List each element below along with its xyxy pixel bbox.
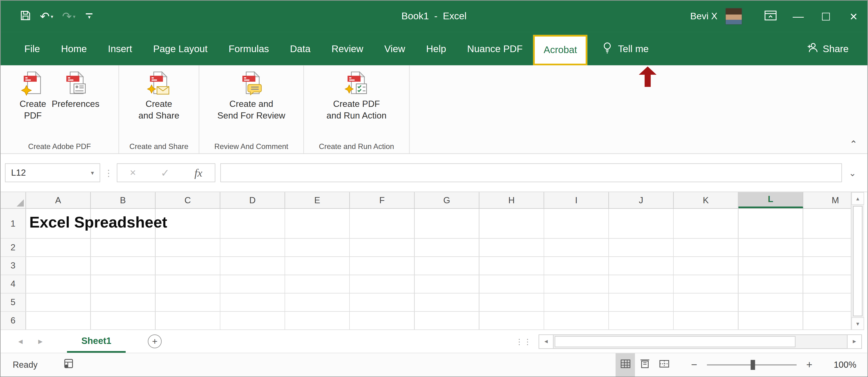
previous-sheet-button[interactable]: ◄ [10, 337, 30, 346]
next-sheet-button[interactable]: ► [30, 337, 51, 346]
row-header-2[interactable]: 2 [0, 239, 26, 256]
row-header-3[interactable]: 3 [0, 257, 26, 275]
excel-window: ↶ ▾ ↷ ▾ ▾ Book1 - Excel Bevi X — [0, 0, 868, 377]
tell-me-box[interactable]: Tell me [602, 32, 649, 65]
accept-entry-icon[interactable]: ✓ [161, 166, 169, 179]
preferences-button[interactable]: Preferences [49, 68, 102, 123]
group-label-create-adobe-pdf: Create Adobe PDF [0, 142, 119, 151]
share-button[interactable]: Share [807, 32, 848, 65]
formula-input[interactable] [220, 163, 842, 182]
scroll-left-button[interactable]: ◄ [539, 335, 553, 348]
row-4-cells[interactable] [26, 275, 850, 293]
user-account-name[interactable]: Bevi X [690, 11, 717, 22]
vertical-scrollbar[interactable]: ▲ ▼ [851, 192, 864, 330]
cancel-entry-icon[interactable]: × [130, 167, 136, 179]
save-button[interactable] [17, 7, 34, 26]
new-sheet-button[interactable]: + [148, 335, 161, 348]
create-and-share-button[interactable]: Create and Share [135, 68, 182, 123]
collapse-ribbon-button[interactable]: ⌃ [850, 138, 858, 150]
minimize-icon: — [793, 10, 804, 23]
column-header-d[interactable]: D [220, 192, 285, 208]
column-header-l-selected[interactable]: L [739, 192, 803, 208]
column-header-g[interactable]: G [415, 192, 479, 208]
row-5-cells[interactable] [26, 293, 850, 311]
group-label-create-and-run-action: Create and Run Action [304, 142, 409, 151]
scroll-down-button[interactable]: ▼ [851, 317, 864, 330]
row-header-6[interactable]: 6 [0, 312, 26, 329]
zoom-level[interactable]: 100% [820, 360, 857, 370]
redo-dropdown-icon[interactable]: ▾ [73, 13, 76, 19]
customize-chevron-icon: ▾ [88, 15, 91, 20]
tab-review[interactable]: Review [321, 32, 374, 65]
column-header-c[interactable]: C [156, 192, 220, 208]
create-pdf-and-run-action-button[interactable]: Create PDF and Run Action [323, 68, 389, 123]
tab-file[interactable]: File [14, 32, 51, 65]
customize-quick-access-button[interactable]: ▾ [86, 13, 93, 20]
name-box-dropdown-icon[interactable]: ▾ [85, 169, 99, 176]
column-header-e[interactable]: E [285, 192, 350, 208]
column-header-m[interactable]: M [803, 192, 851, 208]
tab-nuance-pdf[interactable]: Nuance PDF [457, 32, 533, 65]
row-1-cells[interactable]: Excel Spreadsheet [26, 209, 850, 238]
scroll-right-button[interactable]: ► [847, 335, 861, 348]
horizontal-scrollbar-thumb[interactable] [555, 336, 795, 347]
sheet-tab-sheet1-active[interactable]: Sheet1 [67, 330, 126, 353]
horizontal-scrollbar-track[interactable] [554, 335, 847, 348]
formula-bar-separator-dots[interactable]: ⋮ [100, 167, 117, 178]
ribbon-display-options-button[interactable] [757, 0, 784, 32]
save-icon [20, 10, 31, 23]
column-header-i[interactable]: I [544, 192, 609, 208]
tab-page-layout[interactable]: Page Layout [143, 32, 218, 65]
row-header-5[interactable]: 5 [0, 293, 26, 311]
column-header-f[interactable]: F [350, 192, 414, 208]
zoom-slider[interactable] [707, 365, 797, 366]
zoom-slider-thumb[interactable] [751, 360, 755, 370]
row-header-4[interactable]: 4 [0, 275, 26, 293]
column-header-b[interactable]: B [91, 192, 156, 208]
record-macro-button[interactable] [63, 358, 74, 372]
column-header-h[interactable]: H [479, 192, 544, 208]
vertical-scrollbar-thumb[interactable] [853, 206, 863, 316]
group-label-review-and-comment: Review And Comment [199, 142, 303, 151]
close-button[interactable]: × [840, 0, 867, 32]
undo-dropdown-icon[interactable]: ▾ [51, 13, 53, 19]
column-header-k[interactable]: K [674, 192, 738, 208]
row-header-1[interactable]: 1 [0, 209, 26, 238]
undo-button[interactable]: ↶ ▾ [37, 7, 56, 26]
page-layout-view-button[interactable] [635, 353, 654, 377]
minimize-button[interactable]: — [784, 0, 812, 32]
column-header-j[interactable]: J [609, 192, 674, 208]
row-2-cells[interactable] [26, 239, 850, 256]
tab-acrobat-active[interactable]: Acrobat [533, 35, 588, 65]
tab-home[interactable]: Home [51, 32, 97, 65]
name-box[interactable]: L12 ▾ [5, 163, 100, 182]
column-header-a[interactable]: A [26, 192, 91, 208]
row-3-cells[interactable] [26, 257, 850, 275]
page-break-preview-button[interactable] [654, 353, 674, 377]
create-pdf-button[interactable]: Create PDF [17, 68, 49, 123]
tab-view[interactable]: View [374, 32, 416, 65]
formula-bar: L12 ▾ ⋮ × ✓ fx ⌄ [0, 154, 867, 192]
insert-function-icon[interactable]: fx [194, 166, 203, 179]
title-bar: ↶ ▾ ↷ ▾ ▾ Book1 - Excel Bevi X — [0, 0, 867, 32]
maximize-button[interactable] [812, 0, 840, 32]
redo-button[interactable]: ↷ ▾ [59, 7, 78, 26]
tab-area-drag-handle[interactable]: ⋮⋮ [516, 337, 532, 346]
row-6-cells[interactable] [26, 312, 850, 329]
tab-help[interactable]: Help [416, 32, 457, 65]
tab-insert[interactable]: Insert [97, 32, 143, 65]
user-avatar[interactable] [725, 8, 742, 25]
worksheet-area: A B C D E F G H I J K L M 1 Excel Spread… [0, 192, 867, 330]
zoom-out-button[interactable]: − [688, 359, 700, 371]
expand-formula-bar-icon[interactable]: ⌄ [842, 167, 863, 178]
create-and-send-for-review-button[interactable]: Create and Send For Review [215, 68, 288, 123]
horizontal-scrollbar[interactable]: ◄ ► [539, 334, 862, 348]
tab-data[interactable]: Data [280, 32, 321, 65]
normal-view-button[interactable] [616, 353, 635, 377]
ribbon-display-options-icon [765, 10, 777, 22]
group-label-create-and-share: Create and Share [119, 142, 199, 151]
zoom-in-button[interactable]: + [803, 359, 815, 371]
scroll-up-button[interactable]: ▲ [851, 192, 864, 205]
select-all-corner[interactable] [0, 192, 26, 208]
tab-formulas[interactable]: Formulas [218, 32, 280, 65]
